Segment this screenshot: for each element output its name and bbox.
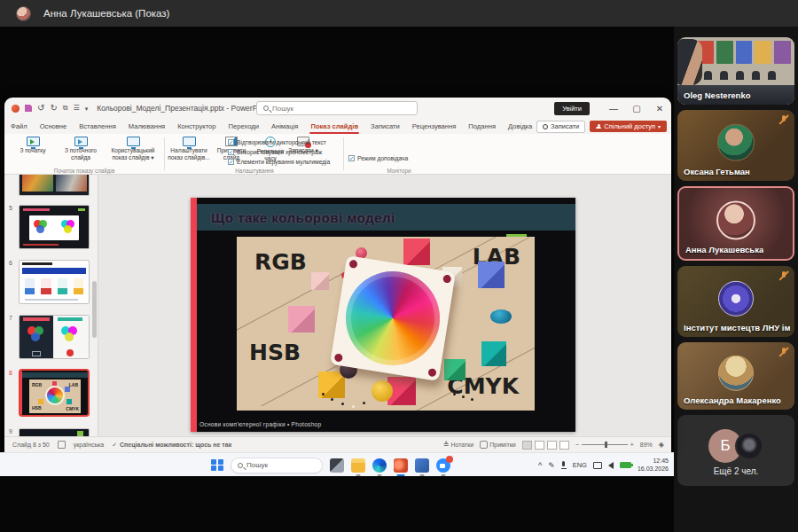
speaker-icon[interactable] (608, 462, 614, 469)
tab-slideshow[interactable]: Показ слайдів (304, 119, 364, 134)
close-button[interactable]: ✕ (648, 98, 671, 119)
chevron-down-icon: ▾ (658, 123, 661, 129)
participant-tile[interactable]: Оксана Гетьман (677, 110, 794, 181)
search-box[interactable]: Пошук (256, 101, 418, 115)
slide-canvas: Що таке кольорові моделі RGB LAB HSB CMY… (191, 198, 575, 432)
slide-thumbnail-panel[interactable]: 5 (4, 175, 98, 436)
notes-toggle[interactable]: Нотатки (450, 442, 473, 448)
task-view-icon[interactable] (330, 458, 344, 473)
participant-name: Олександра Макаренко (684, 395, 781, 405)
customize-toolbar-icon[interactable]: ▾ (85, 106, 89, 112)
search-icon (238, 463, 243, 468)
zoom-level[interactable]: 89% (640, 442, 653, 448)
meeting-app-icon[interactable] (436, 458, 450, 473)
search-icon (263, 106, 269, 111)
setup-slideshow-button[interactable]: Налаштувати показ слайдів... (166, 136, 212, 160)
microphone-icon[interactable] (561, 461, 567, 469)
battery-icon[interactable] (620, 462, 631, 468)
slideshow-view-button[interactable] (559, 441, 569, 450)
powerpoint-app-icon[interactable] (394, 458, 408, 473)
screen-cast-icon[interactable] (593, 462, 602, 469)
powerpoint-window: ↺ ↻ ⧉ ☰ ▾ Кольорові_Моделі_Презентація.p… (4, 98, 671, 452)
tab-view[interactable]: Подання (462, 119, 502, 134)
tab-help[interactable]: Довідка (502, 119, 538, 134)
slide-thumbnail[interactable]: 7 (4, 313, 98, 364)
tab-draw[interactable]: Малювання (122, 119, 171, 134)
tray-time: 12:45 (653, 458, 669, 464)
accessibility-status[interactable]: Спеціальні можливості: щось не так (120, 442, 231, 448)
record-button[interactable]: Записати (536, 121, 585, 133)
label-hsb: HSB (249, 340, 301, 365)
color-wheel-plate (330, 255, 456, 381)
maximize-button[interactable]: ▢ (625, 98, 648, 119)
save-icon[interactable] (25, 105, 32, 112)
search-placeholder: Пошук (272, 105, 293, 113)
setup-monitor-icon (183, 137, 196, 146)
from-beginning-button[interactable]: З початку (10, 136, 56, 154)
participant-tile-speaking[interactable]: Анна Лукашевська (677, 186, 794, 261)
slide-thumbnail[interactable]: 5 (4, 203, 98, 254)
participant-tile-video[interactable]: Oleg Nesterenko (677, 37, 794, 105)
tab-animations[interactable]: Анімація (265, 119, 305, 134)
clock[interactable]: 12:45 16.03.2026 (638, 458, 669, 473)
media-controls-checkbox[interactable]: ✓Елементи керування мультимедіа (228, 159, 330, 165)
redo-icon[interactable]: ↻ (50, 104, 57, 113)
custom-slideshow-button[interactable]: Користувацький показ слайдів ▾ (107, 136, 159, 160)
taskbar-search[interactable]: Пошук (231, 458, 323, 473)
participant-avatar (718, 356, 754, 391)
participant-photo-avatar (735, 432, 763, 460)
tab-review[interactable]: Рецензування (406, 119, 463, 134)
slide-thumbnail[interactable] (4, 175, 98, 198)
use-timings-checkbox[interactable]: ✓Використовувати хронометраж (228, 149, 330, 155)
participant-tile[interactable]: Інститут мистецтв ЛНУ іме... (677, 266, 794, 337)
more-participants-tile[interactable]: Б Ещё 2 чел. (677, 415, 794, 486)
tab-home[interactable]: Основне (34, 119, 74, 134)
from-current-slide-button[interactable]: З поточного слайда (58, 136, 104, 160)
start-button[interactable] (211, 459, 223, 472)
muted-mic-icon (778, 114, 789, 125)
edge-browser-icon[interactable] (372, 458, 387, 473)
language-indicator[interactable]: українська (74, 442, 104, 448)
slideshow-icon[interactable]: ⧉ (63, 105, 68, 112)
play-narrations-checkbox[interactable]: ✓Відтворювати дикторський текст (228, 139, 330, 145)
tab-transitions[interactable]: Переходи (223, 119, 265, 134)
list-icon[interactable]: ☰ (74, 105, 80, 112)
minimize-button[interactable]: — (602, 98, 625, 119)
tray-overflow-chevron[interactable]: ^ (538, 461, 542, 470)
record-icon (543, 124, 548, 129)
tab-design[interactable]: Конструктор (171, 119, 222, 134)
label-rgb: RGB (254, 249, 307, 275)
sign-in-button[interactable]: Увійти (554, 102, 590, 115)
language-switcher[interactable]: ENG (573, 461, 587, 469)
slide-thumbnail[interactable]: 9 Кольорова модель RGB (4, 426, 98, 436)
tab-insert[interactable]: Вставлення (73, 119, 122, 134)
autosave-icon[interactable] (12, 105, 20, 113)
slide-footer: Основи комп'ютерної графіки • Photoshop (200, 421, 321, 427)
thumbnail-scrollbar[interactable] (92, 281, 97, 338)
undo-icon[interactable]: ↺ (37, 104, 44, 113)
pen-icon[interactable]: ✎ (548, 461, 555, 470)
presenter-avatar (16, 6, 31, 21)
reading-view-button[interactable] (547, 441, 557, 450)
share-button[interactable]: Спільний доступ ▾ (590, 121, 667, 132)
fit-slide-icon[interactable]: ◈ (659, 441, 664, 449)
slide-sorter-view-button[interactable] (535, 441, 544, 450)
participant-name: Анна Лукашевська (685, 245, 763, 254)
slide-number: 6 (9, 260, 12, 266)
participant-tile[interactable]: Олександра Макаренко (677, 342, 794, 410)
tray-date: 16.03.2026 (638, 466, 669, 472)
classroom-art-frames (697, 41, 791, 64)
presenter-view-checkbox[interactable]: ✓Режим доповідача (348, 155, 408, 161)
taskbar-search-placeholder: Пошук (246, 461, 268, 469)
word-app-icon[interactable] (415, 458, 429, 473)
slide-thumbnail-selected[interactable]: 8 RGB LAB HSB CMYK (4, 368, 98, 423)
muted-mic-icon (778, 347, 789, 357)
tab-file[interactable]: Файл (4, 119, 34, 134)
participant-avatar (717, 124, 755, 161)
comments-toggle[interactable]: Примітки (489, 442, 515, 448)
tab-record[interactable]: Записати (364, 119, 406, 134)
zoom-slider[interactable]: −+ (575, 442, 634, 448)
slide-thumbnail[interactable]: 6 (4, 258, 98, 309)
normal-view-button[interactable] (522, 441, 532, 450)
file-explorer-icon[interactable] (351, 458, 365, 473)
